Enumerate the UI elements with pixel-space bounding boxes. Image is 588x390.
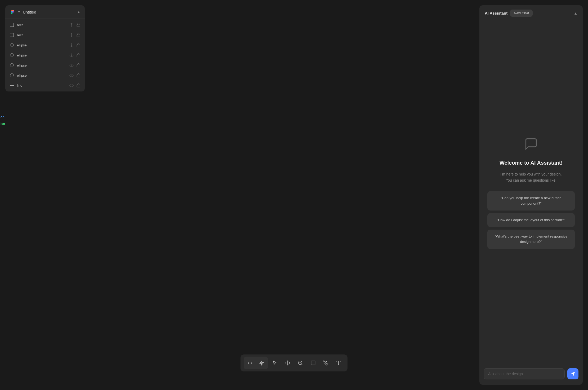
layer-item[interactable]: ellipse xyxy=(5,70,85,80)
lock-icon[interactable] xyxy=(76,53,81,57)
eye-icon[interactable] xyxy=(69,23,74,27)
layer-item[interactable]: ellipse xyxy=(5,50,85,60)
welcome-title: Welcome to AI Assistant! xyxy=(500,160,563,166)
ai-panel-collapse-button[interactable]: ▲ xyxy=(574,11,577,15)
zoom-button[interactable] xyxy=(295,357,306,369)
svg-line-18 xyxy=(301,364,302,365)
panel-title: Untitled xyxy=(23,10,36,14)
eye-icon[interactable] xyxy=(69,43,74,47)
side-label-green: ice xyxy=(1,122,5,126)
lock-icon[interactable] xyxy=(76,83,81,87)
ai-assistant-panel: AI Assistant New Chat ▲ Welcome to AI As… xyxy=(479,5,583,385)
layer-actions xyxy=(69,23,81,27)
eye-icon[interactable] xyxy=(69,33,74,37)
eye-icon[interactable] xyxy=(69,53,74,57)
side-label-blue: ob xyxy=(1,115,5,119)
layer-actions xyxy=(69,83,81,87)
lock-icon[interactable] xyxy=(76,23,81,27)
layer-actions xyxy=(69,63,81,67)
lock-icon[interactable] xyxy=(76,43,81,47)
svg-rect-7 xyxy=(77,55,80,57)
layer-actions xyxy=(69,33,81,37)
lock-icon[interactable] xyxy=(76,63,81,67)
svg-rect-1 xyxy=(77,25,80,27)
lightning-button[interactable] xyxy=(256,357,268,369)
svg-rect-13 xyxy=(77,85,80,87)
eye-icon[interactable] xyxy=(69,63,74,67)
layer-name: rect xyxy=(17,33,69,37)
ellipse-icon xyxy=(10,73,14,78)
code-button[interactable] xyxy=(244,357,256,369)
layer-name: rect xyxy=(17,23,69,27)
panel-header-left: ▼ Untitled xyxy=(10,9,36,15)
eye-icon[interactable] xyxy=(69,83,74,87)
suggestion-card-3[interactable]: "What's the best way to implement respon… xyxy=(487,230,575,249)
send-icon xyxy=(571,371,575,376)
svg-point-6 xyxy=(71,55,72,56)
svg-point-8 xyxy=(71,65,72,66)
ai-send-button[interactable] xyxy=(567,368,578,379)
frame-button[interactable] xyxy=(307,357,319,369)
layer-item[interactable]: ellipse xyxy=(5,40,85,50)
layer-item[interactable]: rect xyxy=(5,30,85,40)
line-layer-icon xyxy=(10,83,14,88)
ai-chat-input[interactable] xyxy=(484,368,565,379)
layer-actions xyxy=(69,53,81,57)
ai-content-area: Welcome to AI Assistant! I'm here to hel… xyxy=(479,21,583,364)
lock-icon[interactable] xyxy=(76,33,81,37)
new-chat-button[interactable]: New Chat xyxy=(510,10,533,17)
text-button[interactable] xyxy=(333,357,344,369)
collapse-button[interactable]: ▲ xyxy=(77,10,81,14)
layer-name: ellipse xyxy=(17,43,69,47)
chevron-icon: ▼ xyxy=(17,10,21,14)
svg-rect-21 xyxy=(311,361,315,365)
lock-icon[interactable] xyxy=(76,73,81,77)
ellipse-icon xyxy=(10,53,14,58)
rect-icon xyxy=(10,23,14,27)
layers-list: rect rect ellipse xyxy=(5,19,85,91)
bottom-toolbar xyxy=(240,354,348,371)
move-icon xyxy=(285,360,290,366)
suggestion-cards: "Can you help me create a new button com… xyxy=(487,191,575,249)
cursor-icon xyxy=(272,360,278,366)
ai-panel-header: AI Assistant New Chat ▲ xyxy=(479,5,583,21)
layer-item[interactable]: rect xyxy=(5,20,85,30)
lightning-icon xyxy=(259,360,264,366)
move-button[interactable] xyxy=(282,357,293,369)
layer-item[interactable]: line xyxy=(5,80,85,90)
frame-icon xyxy=(310,360,316,366)
ellipse-icon xyxy=(10,43,14,47)
canvas-area[interactable] xyxy=(86,0,486,390)
chat-bubble-icon xyxy=(523,136,539,152)
layer-name: ellipse xyxy=(17,53,69,57)
welcome-description: I'm here to help you with your design.Yo… xyxy=(500,171,562,183)
suggestion-card-2[interactable]: "How do I adjust the layout of this sect… xyxy=(487,213,575,227)
svg-point-10 xyxy=(71,75,72,76)
svg-point-2 xyxy=(71,34,72,36)
chat-icon-svg xyxy=(524,137,538,151)
ai-panel-title: AI Assistant xyxy=(485,11,507,15)
layer-item[interactable]: ellipse xyxy=(5,60,85,70)
pen-button[interactable] xyxy=(320,357,332,369)
zoom-icon xyxy=(298,360,303,366)
suggestion-card-1[interactable]: "Can you help me create a new button com… xyxy=(487,191,575,211)
text-icon xyxy=(336,360,341,366)
svg-point-4 xyxy=(71,45,72,46)
eye-icon[interactable] xyxy=(69,73,74,77)
layers-panel: ▼ Untitled ▲ rect rect xyxy=(5,5,85,91)
layer-actions xyxy=(69,73,81,77)
cursor-button[interactable] xyxy=(269,357,281,369)
layer-name: ellipse xyxy=(17,73,69,77)
ai-input-area xyxy=(479,364,583,385)
ellipse-icon xyxy=(10,63,14,68)
svg-point-0 xyxy=(71,24,72,25)
layer-actions xyxy=(69,43,81,47)
svg-rect-5 xyxy=(77,45,80,47)
pen-icon xyxy=(323,360,328,366)
svg-marker-14 xyxy=(260,361,264,365)
code-group xyxy=(244,357,268,369)
ai-panel-header-left: AI Assistant New Chat xyxy=(485,10,533,17)
svg-rect-3 xyxy=(77,35,80,37)
svg-rect-11 xyxy=(77,75,80,77)
svg-point-12 xyxy=(71,85,72,86)
